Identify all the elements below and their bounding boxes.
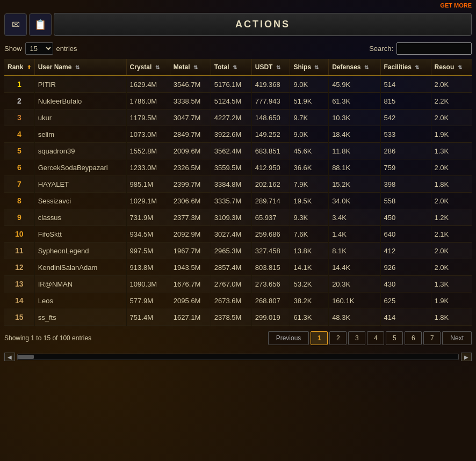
entries-select[interactable]: 10 15 25 50 100	[25, 42, 53, 55]
facilities-cell: 558	[380, 193, 431, 209]
table-row: 14 Leos 577.9M 2095.6M 2673.6M 268.807 3…	[4, 292, 472, 309]
facilities-cell: 286	[380, 143, 431, 159]
resou-cell: 1.9K	[431, 292, 472, 309]
crystal-cell: 1073.0M	[126, 126, 170, 143]
facilities-cell: 450	[380, 209, 431, 226]
username-cell: SypheonLegend	[34, 243, 126, 259]
mail-icon-button[interactable]: ✉	[4, 13, 27, 36]
crystal-cell: 751.4M	[126, 309, 170, 326]
table-wrapper: Rank ⬆ User Name ⇅ Crystal ⇅ Metal ⇅ Tot…	[0, 59, 476, 326]
page-6-button[interactable]: 6	[405, 331, 422, 345]
scroll-left-arrow[interactable]: ◀	[4, 353, 15, 361]
rank-cell: 12	[4, 259, 34, 276]
rank-cell: 10	[4, 226, 34, 243]
ships-cell: 61.3K	[290, 309, 329, 326]
rank-cell: 2	[4, 93, 34, 109]
table-row: 1 PITIR 1629.4M 3546.7M 5176.1M 419.368 …	[4, 76, 472, 93]
col-defenses[interactable]: Defenses ⇅	[329, 59, 380, 76]
page-7-button[interactable]: 7	[423, 331, 441, 345]
total-cell: 3109.3M	[211, 209, 251, 226]
table-row: 2 NukleerBufalo 1786.0M 3338.5M 5124.5M …	[4, 93, 472, 109]
username-cell: Sessizavci	[34, 193, 126, 209]
table-row: 3 ukur 1179.5M 3047.7M 4227.2M 148.650 9…	[4, 109, 472, 126]
table-row: 6 GercekSodaBeypazari 1233.0M 2326.5M 35…	[4, 159, 472, 176]
total-cell: 5176.1M	[211, 76, 251, 93]
metal-cell: 2377.3M	[170, 209, 211, 226]
col-rank[interactable]: Rank ⬆	[4, 59, 34, 76]
crystal-cell: 577.9M	[126, 292, 170, 309]
resou-cell: 1.8K	[431, 176, 472, 193]
col-resou[interactable]: Resou ⇅	[431, 59, 472, 76]
usdt-cell: 148.650	[251, 109, 290, 126]
total-cell: 2673.6M	[211, 292, 251, 309]
usdt-cell: 202.162	[251, 176, 290, 193]
rank-cell: 14	[4, 292, 34, 309]
defenses-cell: 160.1K	[329, 292, 380, 309]
sort-icon-usdt: ⇅	[276, 64, 280, 70]
col-metal[interactable]: Metal ⇅	[170, 59, 211, 76]
facilities-cell: 759	[380, 159, 431, 176]
page-3-button[interactable]: 3	[348, 331, 365, 345]
sort-icon-ships: ⇅	[314, 64, 319, 70]
resou-cell: 2.0K	[431, 193, 472, 209]
prev-button[interactable]: Previous	[268, 331, 309, 345]
defenses-cell: 8.1K	[329, 243, 380, 259]
rank-cell: 1	[4, 76, 34, 93]
defenses-cell: 20.3K	[329, 276, 380, 292]
get-more-link[interactable]: GET MORE	[440, 2, 472, 9]
defenses-cell: 88.1K	[329, 159, 380, 176]
defenses-cell: 45.9K	[329, 76, 380, 93]
rank-cell: 5	[4, 143, 34, 159]
col-usdt[interactable]: USDT ⇅	[251, 59, 290, 76]
metal-cell: 2009.6M	[170, 143, 211, 159]
username-cell: GercekSodaBeypazari	[34, 159, 126, 176]
scroll-right-arrow[interactable]: ▶	[461, 353, 472, 361]
page-5-button[interactable]: 5	[386, 331, 403, 345]
page-1-button[interactable]: 1	[311, 331, 328, 345]
table-row: 10 FifoSktt 934.5M 2092.9M 3027.4M 259.6…	[4, 226, 472, 243]
next-button[interactable]: Next	[442, 331, 472, 345]
col-total[interactable]: Total ⇅	[211, 59, 251, 76]
ships-cell: 9.7K	[290, 109, 329, 126]
page-4-button[interactable]: 4	[367, 331, 384, 345]
ships-cell: 7.9K	[290, 176, 329, 193]
footer-row: Showing 1 to 15 of 100 entries Previous …	[0, 326, 476, 350]
metal-cell: 3047.7M	[170, 109, 211, 126]
clipboard-icon-button[interactable]: 📋	[29, 13, 52, 36]
total-cell: 2965.3M	[211, 243, 251, 259]
usdt-cell: 412.950	[251, 159, 290, 176]
usdt-cell: 327.458	[251, 243, 290, 259]
table-body: 1 PITIR 1629.4M 3546.7M 5176.1M 419.368 …	[4, 76, 472, 326]
sort-icon-facilities: ⇅	[415, 64, 419, 70]
defenses-cell: 34.0K	[329, 193, 380, 209]
mail-icon: ✉	[12, 19, 20, 31]
show-entries-control: Show 10 15 25 50 100 entries	[4, 42, 77, 55]
col-crystal[interactable]: Crystal ⇅	[126, 59, 170, 76]
scroll-track[interactable]	[17, 354, 459, 360]
username-cell: classus	[34, 209, 126, 226]
metal-cell: 3338.5M	[170, 93, 211, 109]
clipboard-icon: 📋	[34, 19, 46, 31]
col-username[interactable]: User Name ⇅	[34, 59, 126, 76]
table-row: 8 Sessizavci 1029.1M 2306.6M 3335.7M 289…	[4, 193, 472, 209]
ships-cell: 13.8K	[290, 243, 329, 259]
rank-cell: 7	[4, 176, 34, 193]
col-ships[interactable]: Ships ⇅	[290, 59, 329, 76]
username-cell: IR@NMAN	[34, 276, 126, 292]
search-label: Search:	[369, 45, 393, 53]
total-cell: 3559.5M	[211, 159, 251, 176]
rank-cell: 8	[4, 193, 34, 209]
page-2-button[interactable]: 2	[329, 331, 347, 345]
rank-cell: 13	[4, 276, 34, 292]
search-input[interactable]	[396, 42, 472, 55]
table-row: 7 HAYALET 985.1M 2399.7M 3384.8M 202.162…	[4, 176, 472, 193]
crystal-cell: 985.1M	[126, 176, 170, 193]
sort-icon-defenses: ⇅	[364, 64, 369, 70]
metal-cell: 1967.7M	[170, 243, 211, 259]
table-row: 5 squadron39 1552.8M 2009.6M 3562.4M 683…	[4, 143, 472, 159]
resou-cell: 2.0K	[431, 259, 472, 276]
facilities-cell: 815	[380, 93, 431, 109]
username-cell: squadron39	[34, 143, 126, 159]
usdt-cell: 65.937	[251, 209, 290, 226]
col-facilities[interactable]: Facilities ⇅	[380, 59, 431, 76]
